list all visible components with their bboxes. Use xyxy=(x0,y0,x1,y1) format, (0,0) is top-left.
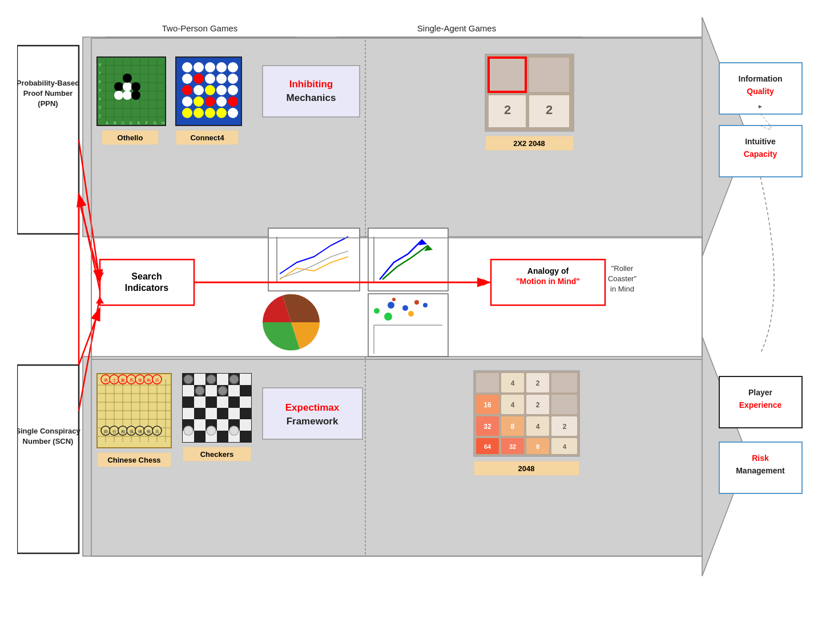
svg-rect-13 xyxy=(97,57,166,125)
svg-rect-241 xyxy=(526,416,549,436)
svg-text:Two-Person Games: Two-Person Games xyxy=(162,23,238,33)
svg-text:Inhibiting: Inhibiting xyxy=(289,79,333,90)
svg-point-67 xyxy=(228,85,238,95)
svg-point-155 xyxy=(152,375,162,384)
svg-rect-186 xyxy=(183,396,194,408)
svg-marker-273 xyxy=(96,297,104,303)
svg-rect-208 xyxy=(228,431,240,442)
svg-rect-84 xyxy=(489,58,526,92)
svg-rect-202 xyxy=(228,419,240,431)
svg-point-153 xyxy=(144,375,153,384)
svg-point-147 xyxy=(118,375,127,384)
svg-point-62 xyxy=(228,74,238,84)
svg-rect-181 xyxy=(194,385,206,396)
svg-rect-200 xyxy=(206,419,217,431)
svg-text:2: 2 xyxy=(99,114,101,118)
svg-marker-269 xyxy=(96,273,104,280)
svg-text:5: 5 xyxy=(99,88,101,92)
svg-text:Single-Agent Games: Single-Agent Games xyxy=(417,23,496,33)
svg-rect-52 xyxy=(176,57,241,125)
svg-text:7: 7 xyxy=(99,71,101,75)
svg-rect-188 xyxy=(206,396,217,408)
svg-rect-243 xyxy=(551,416,577,436)
svg-point-63 xyxy=(182,85,192,95)
svg-text:64: 64 xyxy=(484,443,491,450)
svg-rect-187 xyxy=(194,396,206,408)
svg-rect-204 xyxy=(183,431,194,442)
svg-text:將: 將 xyxy=(104,378,108,382)
svg-text:Proof Number: Proof Number xyxy=(23,89,73,98)
svg-rect-197 xyxy=(240,408,251,419)
svg-text:2: 2 xyxy=(536,379,540,387)
svg-rect-265 xyxy=(719,442,802,493)
svg-rect-223 xyxy=(474,371,579,456)
svg-rect-2 xyxy=(17,46,79,234)
svg-rect-253 xyxy=(474,461,579,476)
svg-point-74 xyxy=(194,108,204,118)
svg-rect-83 xyxy=(485,54,574,131)
svg-text:傌: 傌 xyxy=(130,430,134,434)
svg-text:B: B xyxy=(114,121,116,125)
svg-rect-175 xyxy=(194,374,206,385)
svg-rect-201 xyxy=(217,419,228,431)
svg-text:兵: 兵 xyxy=(155,430,159,434)
svg-point-64 xyxy=(194,85,204,95)
svg-point-32 xyxy=(123,91,132,100)
svg-rect-179 xyxy=(240,374,251,385)
svg-rect-50 xyxy=(102,130,159,145)
svg-point-57 xyxy=(228,62,238,72)
svg-text:4: 4 xyxy=(511,401,515,409)
svg-point-112 xyxy=(374,308,380,314)
svg-point-72 xyxy=(228,96,238,107)
svg-point-54 xyxy=(194,62,204,72)
svg-text:8: 8 xyxy=(99,63,101,67)
svg-text:仕: 仕 xyxy=(112,430,116,434)
svg-rect-97 xyxy=(368,228,448,291)
svg-point-71 xyxy=(216,96,227,107)
svg-point-56 xyxy=(216,62,227,72)
svg-rect-224 xyxy=(476,373,499,392)
svg-line-272 xyxy=(79,297,100,411)
svg-rect-173 xyxy=(183,374,251,442)
svg-point-169 xyxy=(152,426,162,435)
svg-point-212 xyxy=(229,375,239,384)
svg-rect-198 xyxy=(183,419,194,431)
svg-text:Expectimax: Expectimax xyxy=(285,402,340,413)
svg-text:2: 2 xyxy=(563,423,567,431)
svg-line-122 xyxy=(79,140,100,282)
svg-point-73 xyxy=(182,108,192,118)
svg-point-110 xyxy=(423,303,428,307)
svg-text:C: C xyxy=(122,121,124,125)
svg-rect-194 xyxy=(206,408,217,419)
svg-rect-259 xyxy=(719,125,802,177)
svg-text:Probability-Based: Probability-Based xyxy=(17,79,79,87)
svg-point-70 xyxy=(205,96,215,107)
svg-rect-190 xyxy=(228,396,240,408)
svg-point-159 xyxy=(110,426,119,435)
svg-point-55 xyxy=(205,62,215,72)
svg-point-68 xyxy=(182,96,192,107)
svg-text:Coaster": Coaster" xyxy=(608,274,637,283)
svg-text:2X2 2048: 2X2 2048 xyxy=(513,139,545,148)
svg-point-165 xyxy=(135,426,144,435)
svg-point-107 xyxy=(414,300,419,305)
svg-marker-100 xyxy=(418,240,427,245)
svg-marker-1 xyxy=(83,337,748,576)
svg-line-124 xyxy=(79,194,100,291)
svg-marker-0 xyxy=(83,17,748,257)
svg-point-157 xyxy=(101,426,110,435)
svg-rect-218 xyxy=(183,447,251,461)
svg-rect-209 xyxy=(240,431,251,442)
svg-text:Search: Search xyxy=(131,272,162,281)
svg-rect-205 xyxy=(194,431,206,442)
svg-rect-196 xyxy=(228,408,240,419)
svg-text:Framework: Framework xyxy=(287,416,339,427)
svg-rect-227 xyxy=(526,373,549,392)
svg-text:炮: 炮 xyxy=(147,378,151,382)
svg-rect-230 xyxy=(476,395,499,414)
svg-text:Player: Player xyxy=(748,388,773,397)
svg-point-31 xyxy=(123,74,132,83)
svg-point-161 xyxy=(118,426,127,435)
svg-text:Management: Management xyxy=(736,466,785,475)
svg-rect-255 xyxy=(719,63,802,114)
